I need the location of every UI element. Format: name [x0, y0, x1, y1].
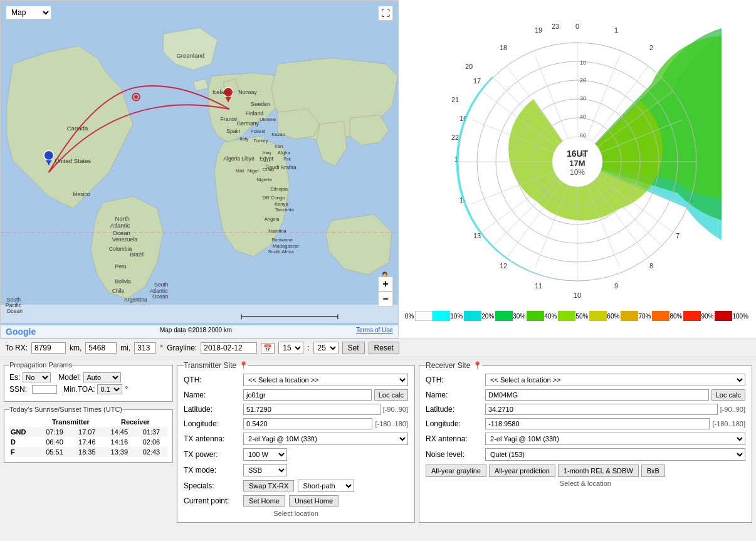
- calendar-icon[interactable]: 📅: [261, 343, 275, 354]
- min-toa-select[interactable]: 0.1 1 3: [97, 384, 122, 394]
- rx-antenna-label: RX antenna:: [426, 434, 485, 443]
- tx-qth-select[interactable]: << Select a location >>: [243, 374, 408, 386]
- receiver-title-text: Receiver Site: [426, 361, 470, 370]
- hour-select[interactable]: 15: [278, 342, 303, 354]
- sr-gnd-tx-set: 17:07: [71, 427, 103, 437]
- reset-button[interactable]: Reset: [369, 342, 399, 354]
- rx-lat-row: Latitude: [-90..90]: [426, 404, 745, 415]
- tx-lat-row: Latitude: [-90..90]: [184, 404, 408, 415]
- tx-specials-label: Specials:: [184, 481, 243, 490]
- svg-point-6: [134, 95, 138, 99]
- svg-text:Atlantic: Atlantic: [110, 222, 130, 229]
- svg-text:Ocean: Ocean: [7, 308, 23, 314]
- rx-qth-select[interactable]: << Select a location >>: [485, 374, 745, 386]
- model-select[interactable]: Auto VOACAP ICEPAC: [83, 372, 121, 382]
- svg-text:30: 30: [580, 95, 586, 102]
- svg-text:7: 7: [676, 232, 680, 239]
- svg-text:Algeria: Algeria: [223, 155, 240, 162]
- es-select[interactable]: No Yes: [23, 372, 51, 382]
- svg-text:Angola: Angola: [265, 216, 280, 222]
- tx-power-select[interactable]: 100 W 10 W 1 kW: [243, 448, 287, 461]
- svg-text:20: 20: [580, 77, 586, 83]
- deg-input[interactable]: [134, 342, 156, 354]
- rx-name-input[interactable]: [485, 389, 709, 401]
- legend-color-80pct: [652, 311, 669, 321]
- set-home-button[interactable]: Set Home: [243, 495, 285, 507]
- map-type-select[interactable]: Map Satellite Terrain: [6, 6, 51, 19]
- tx-lon-row: Longitude: [-180..180]: [184, 418, 408, 429]
- map-controls-top: Map Satellite Terrain: [6, 6, 51, 19]
- svg-text:Italy: Italy: [239, 136, 248, 142]
- svg-text:France: France: [221, 116, 238, 122]
- all-year-prediction-button[interactable]: All-year prediction: [489, 465, 555, 477]
- legend-color-20pct: [464, 311, 481, 321]
- mi-label: mi,: [120, 344, 130, 352]
- svg-text:18: 18: [500, 44, 507, 51]
- legend-label-40pct: 40%: [544, 313, 557, 320]
- svg-text:8: 8: [649, 262, 653, 270]
- bxb-button[interactable]: BxB: [641, 465, 665, 477]
- svg-text:Germany: Germany: [236, 120, 259, 127]
- terms-of-use[interactable]: Terms of Use: [356, 327, 393, 337]
- svg-text:2: 2: [649, 44, 653, 51]
- tx-name-label: Name:: [184, 391, 243, 399]
- svg-text:Saudi Arabia: Saudi Arabia: [266, 164, 297, 171]
- km-input[interactable]: [31, 342, 66, 354]
- path-select[interactable]: Short-path Long-path: [298, 480, 354, 492]
- sr-f-tx-set: 18:35: [71, 447, 103, 457]
- tx-antenna-row: TX antenna: 2-el Yagi @ 10M (33ft) Verti…: [184, 433, 408, 445]
- polar-chart-svg: 0 1 2 3 4 5 6 7 8 9 10: [433, 18, 722, 306]
- rx-lon-input[interactable]: [485, 418, 710, 429]
- tx-lon-input[interactable]: [243, 418, 372, 429]
- legend-color-50pct: [558, 311, 575, 321]
- ssn-label: SSN:: [9, 385, 27, 394]
- svg-text:23: 23: [552, 23, 559, 30]
- legend-label-10pct: 10%: [450, 313, 463, 320]
- map-fullscreen-button[interactable]: ⛶: [378, 6, 393, 21]
- transmitter-pin-icon: 📍: [239, 361, 248, 370]
- svg-text:13: 13: [473, 232, 481, 239]
- svg-text:Niger: Niger: [248, 168, 260, 174]
- transmitter-title-text: Transmitter Site: [184, 361, 236, 370]
- legend-color-0pct: [415, 311, 433, 321]
- svg-text:10: 10: [574, 292, 581, 299]
- rx-noise-select[interactable]: Quiet (153) Rural (45) Residential (67) …: [485, 448, 745, 461]
- tx-lon-range: [-180..180]: [375, 420, 408, 428]
- svg-text:Spain: Spain: [226, 128, 240, 134]
- ssn-input[interactable]: [32, 385, 57, 394]
- tx-mode-select[interactable]: SSB CW AM FM: [243, 464, 287, 476]
- sr-col-empty: [9, 417, 38, 427]
- tx-specials-row: Specials: Swap TX-RX Short-path Long-pat…: [184, 480, 408, 492]
- unset-home-button[interactable]: Unset Home: [289, 495, 339, 507]
- rx-antenna-select[interactable]: 2-el Yagi @ 10M (33ft) Vertical Dipole: [485, 433, 745, 445]
- tx-lat-input[interactable]: [243, 404, 381, 415]
- tx-loc-calc-button[interactable]: Loc calc: [374, 389, 408, 401]
- rx-lon-row: Longitude: [-180..180]: [426, 418, 745, 429]
- map-svg: Canada United States Mexico Venezuela Co…: [1, 1, 398, 338]
- svg-text:North: North: [115, 215, 129, 222]
- svg-text:Kenya: Kenya: [275, 201, 288, 207]
- ssn-row: SSN: Min.TOA: 0.1 1 3 °: [9, 384, 167, 394]
- legend-label-70pct: 70%: [638, 313, 651, 320]
- legend-color-40pct: [527, 311, 544, 321]
- sr-d-tx-set: 17:46: [71, 437, 103, 447]
- tx-antenna-select[interactable]: 2-el Yagi @ 10M (33ft) Vertical Dipole: [243, 433, 408, 445]
- minute-select[interactable]: 25: [313, 342, 339, 354]
- map-zoom-in-button[interactable]: +: [378, 276, 393, 292]
- sr-col-receiver: Receiver: [103, 417, 167, 427]
- set-button[interactable]: Set: [342, 342, 365, 354]
- swap-tx-rx-button[interactable]: Swap TX-RX: [243, 480, 294, 491]
- rx-lat-input[interactable]: [485, 404, 718, 415]
- mi-input[interactable]: [85, 342, 117, 354]
- tx-lat-label: Latitude:: [184, 405, 243, 414]
- svg-text:60: 60: [580, 132, 586, 139]
- rx-loc-calc-button[interactable]: Loc calc: [711, 389, 745, 401]
- all-year-grayline-button[interactable]: All-year grayline: [426, 465, 486, 477]
- map-zoom-out-button[interactable]: −: [378, 292, 393, 307]
- sunrise-title: Today's Sunrise/Sunset Times (UTC): [9, 406, 122, 413]
- date-input[interactable]: [201, 342, 257, 354]
- one-month-rel-button[interactable]: 1-month REL & SDBW: [558, 465, 639, 477]
- tx-name-input[interactable]: [243, 389, 372, 401]
- rx-lon-label: Longitude:: [426, 419, 485, 428]
- svg-text:20: 20: [465, 63, 473, 70]
